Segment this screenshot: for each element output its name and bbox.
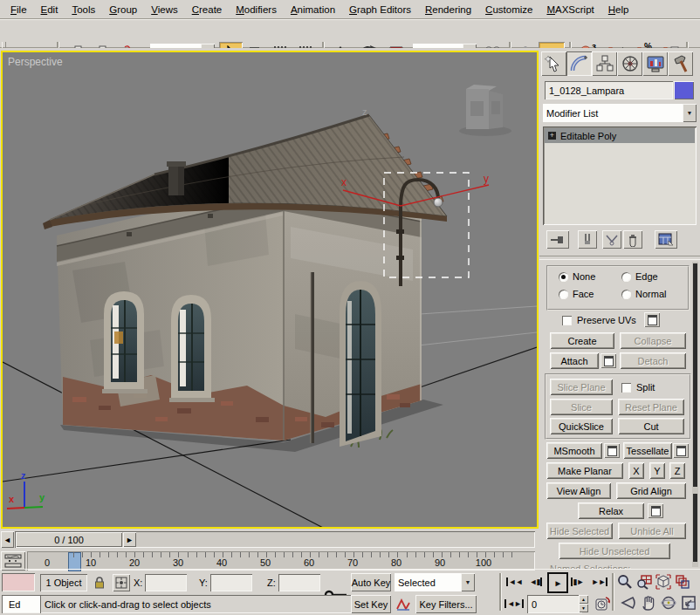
object-name-field[interactable]: 1_0128_Lampara — [545, 81, 673, 99]
radio-icon[interactable] — [559, 290, 568, 299]
zoom-extents-all-button[interactable] — [674, 573, 691, 591]
show-end-result-button[interactable] — [578, 230, 597, 249]
radio-normal[interactable]: Normal — [621, 289, 666, 299]
y-coord-field[interactable] — [210, 574, 252, 591]
open-mini-curve-editor-button[interactable] — [1, 551, 25, 571]
arc-rotate-button[interactable] — [660, 594, 677, 612]
frame-spinner[interactable]: ▲ ▼ — [579, 595, 588, 613]
key-filter-selected-dropdown[interactable]: Selected ▼ — [395, 573, 475, 591]
reset-plane-button[interactable]: Reset Plane — [618, 399, 684, 415]
zoom-all-button[interactable] — [635, 573, 653, 591]
modifier-stack[interactable]: + Editable Poly — [543, 126, 697, 225]
background-cube-object[interactable] — [459, 85, 511, 136]
make-planar-x-button[interactable]: X — [628, 462, 644, 479]
checkbox-icon[interactable] — [562, 316, 572, 325]
menu-animation[interactable]: Animation — [284, 2, 342, 17]
collapse-button[interactable]: Collapse — [620, 332, 686, 349]
menu-customize[interactable]: Customize — [478, 2, 539, 17]
tab-hierarchy[interactable] — [592, 51, 617, 76]
make-planar-y-button[interactable]: Y — [649, 462, 665, 479]
default-in-out-tangents-button[interactable] — [395, 595, 412, 613]
scrollbar-thumb[interactable] — [693, 494, 697, 562]
detach-button[interactable]: Detach — [620, 352, 686, 369]
radio-icon[interactable] — [621, 290, 631, 299]
msmooth-button[interactable]: MSmooth — [546, 442, 602, 459]
tessellate-settings-button[interactable] — [673, 443, 689, 458]
preserve-uvs-settings-button[interactable] — [644, 312, 660, 327]
menu-views[interactable]: Views — [144, 2, 184, 17]
menu-tools[interactable]: Tools — [65, 2, 102, 17]
field-of-view-button[interactable] — [620, 594, 637, 612]
preserve-uvs-checkbox[interactable]: Preserve UVs — [562, 315, 636, 325]
attach-settings-button[interactable] — [600, 353, 616, 368]
make-unique-button[interactable] — [602, 230, 621, 249]
track-bar-ruler[interactable]: 0 10 20 30 40 50 60 70 80 90 100 — [27, 551, 535, 571]
grid-align-button[interactable]: Grid Align — [616, 482, 686, 499]
maximize-viewport-toggle[interactable] — [680, 594, 697, 612]
unhide-all-button[interactable]: Unhide All — [618, 523, 686, 539]
set-key-button[interactable]: Set Key — [351, 595, 391, 613]
time-slider-prev-button[interactable]: ◄ — [1, 531, 14, 548]
remove-modifier-button[interactable] — [623, 230, 642, 249]
viewport-label[interactable]: Perspective — [8, 56, 63, 68]
stack-item-editable-poly[interactable]: + Editable Poly — [545, 128, 695, 143]
radio-icon[interactable] — [621, 272, 631, 282]
checkbox-icon[interactable] — [621, 383, 631, 393]
go-to-end-button[interactable]: ►► — [590, 574, 609, 590]
slice-button[interactable]: Slice — [550, 399, 613, 415]
auto-key-button[interactable]: Auto Key — [351, 573, 391, 591]
create-button[interactable]: Create — [550, 332, 614, 349]
cut-button[interactable]: Cut — [618, 418, 684, 434]
menu-edit[interactable]: Edit — [34, 2, 65, 17]
menu-help[interactable]: Help — [601, 2, 636, 17]
selection-lock-toggle[interactable] — [91, 574, 108, 591]
quickslice-button[interactable]: QuickSlice — [550, 418, 613, 434]
make-planar-z-button[interactable]: Z — [669, 462, 685, 479]
maxscript-mini-listener[interactable]: Ed — [2, 595, 42, 613]
modifier-list-dropdown[interactable]: Modifier List ▼ — [543, 104, 697, 122]
radio-edge[interactable]: Edge — [621, 271, 658, 282]
view-align-button[interactable]: View Align — [546, 482, 611, 499]
tab-display[interactable] — [642, 51, 668, 76]
menu-graph-editors[interactable]: Graph Editors — [342, 2, 418, 17]
pan-button[interactable] — [640, 594, 657, 612]
rollout-scrollbar[interactable] — [692, 262, 698, 567]
spinner-down-icon[interactable]: ▼ — [579, 604, 588, 612]
menu-group[interactable]: Group — [102, 2, 144, 17]
expand-plus-icon[interactable]: + — [548, 132, 556, 140]
perspective-viewport[interactable]: x y z z x y Perspective — [1, 51, 539, 529]
tab-motion[interactable] — [617, 51, 642, 76]
key-filters-button[interactable]: Key Filters... — [415, 595, 477, 613]
menu-maxscript[interactable]: MAXScript — [539, 2, 600, 17]
tab-create[interactable] — [541, 51, 566, 76]
tessellate-button[interactable]: Tessellate — [623, 442, 672, 459]
x-coord-field[interactable] — [145, 574, 187, 591]
maxscript-mini-listener-pink[interactable] — [2, 573, 35, 591]
menu-file[interactable]: File — [3, 2, 34, 17]
menu-modifiers[interactable]: Modifiers — [229, 2, 284, 17]
make-planar-button[interactable]: Make Planar — [546, 462, 623, 479]
menu-create[interactable]: Create — [185, 2, 230, 17]
building-model[interactable]: x y z — [43, 106, 489, 448]
relax-settings-button[interactable] — [648, 503, 663, 518]
z-coord-field[interactable] — [278, 574, 320, 591]
split-checkbox[interactable]: Split — [621, 382, 655, 393]
zoom-extents-button[interactable] — [655, 573, 672, 591]
hide-selected-button[interactable]: Hide Selected — [546, 523, 613, 539]
radio-face[interactable]: Face — [559, 289, 594, 299]
attach-button[interactable]: Attach — [550, 352, 599, 369]
configure-modifier-sets-button[interactable] — [655, 230, 677, 249]
dropdown-arrow-icon[interactable]: ▼ — [683, 104, 697, 122]
time-slider-handle[interactable]: 0 / 100 — [16, 532, 122, 547]
hide-unselected-button[interactable]: Hide Unselected — [559, 543, 670, 559]
pin-stack-button[interactable] — [546, 230, 569, 249]
previous-frame-button[interactable]: ◄▮ — [527, 574, 545, 590]
radio-icon[interactable] — [559, 272, 568, 282]
play-button[interactable]: ► — [547, 572, 568, 593]
go-to-start-button[interactable]: ◄◄ — [504, 574, 524, 590]
next-frame-button[interactable]: ▮► — [568, 574, 586, 590]
object-color-swatch[interactable] — [674, 81, 694, 99]
time-slider-track[interactable]: 0 / 100 ► — [15, 531, 535, 548]
time-configuration-button[interactable] — [594, 595, 611, 613]
spinner-up-icon[interactable]: ▲ — [579, 595, 588, 604]
